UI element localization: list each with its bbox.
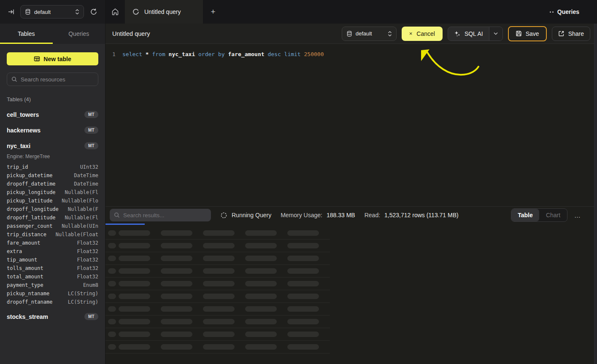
skeleton-cell xyxy=(203,268,235,274)
sql-editor[interactable]: 1 select * from nyc_taxi order by fare_a… xyxy=(105,44,597,206)
tab-strip: Untitled query + Queries xyxy=(105,0,597,24)
query-title: Untitled query xyxy=(112,30,150,37)
query-tab-label: Untitled query xyxy=(144,8,181,15)
view-toggle-chart-label: Chart xyxy=(546,212,560,218)
results-search-input[interactable] xyxy=(123,212,207,218)
column-name: fare_amount xyxy=(7,239,40,247)
column-name: dropoff_longitude xyxy=(7,205,59,213)
memory-usage-label: Memory Usage: xyxy=(281,212,322,218)
cancel-button-label: Cancel xyxy=(416,30,435,37)
view-toggle-table-label: Table xyxy=(518,212,533,218)
column-name: passenger_count xyxy=(7,222,52,230)
new-table-button[interactable]: New table xyxy=(7,52,98,65)
read-label: Read: xyxy=(365,212,380,218)
column-row[interactable]: dropoff_ntanameLC(String) xyxy=(7,298,98,306)
cancel-button[interactable]: × Cancel xyxy=(402,27,443,41)
query-database-selector[interactable]: default xyxy=(342,27,397,41)
skeleton-cell xyxy=(108,230,116,236)
sql-ai-dropdown-button[interactable] xyxy=(489,27,502,40)
resource-search[interactable] xyxy=(7,73,98,86)
query-tab[interactable]: Untitled query xyxy=(125,0,203,24)
column-type: Float32 xyxy=(77,247,98,256)
column-row[interactable]: passenger_countNullable(UIn xyxy=(7,222,98,230)
table-item-cell-towers[interactable]: cell_towers MT xyxy=(7,111,98,118)
column-row[interactable]: pickup_latitudeNullable(Flo xyxy=(7,197,98,205)
column-name: dropoff_datetime xyxy=(7,180,56,188)
queries-dots-icon xyxy=(550,11,554,13)
column-name: payment_type xyxy=(7,281,43,289)
column-name: pickup_latitude xyxy=(7,197,52,205)
line-number: 1 xyxy=(105,50,122,59)
column-name: pickup_datetime xyxy=(7,171,52,180)
plus-icon: + xyxy=(211,7,215,16)
skeleton-cell xyxy=(119,256,150,261)
database-selector[interactable]: default xyxy=(20,5,84,19)
table-item-nyc-taxi[interactable]: nyc_taxi MT xyxy=(7,142,98,149)
sql-token: limit xyxy=(284,51,301,57)
save-icon xyxy=(516,30,522,37)
engine-badge: MT xyxy=(84,111,98,118)
column-row[interactable]: total_amountFloat32 xyxy=(7,272,98,281)
column-row[interactable]: fare_amountFloat32 xyxy=(7,239,98,247)
sidebar-body: New table Tables (4) cell_towers MT hack… xyxy=(0,44,105,364)
skeleton-cell xyxy=(287,256,319,261)
skeleton-cell xyxy=(119,306,150,312)
home-button[interactable] xyxy=(105,0,125,24)
skeleton-cell xyxy=(245,256,277,261)
sql-token: fare_amount xyxy=(228,51,265,57)
skeleton-cell xyxy=(108,281,116,286)
column-row[interactable]: pickup_longitudeNullable(Fl xyxy=(7,188,98,197)
column-type: Float32 xyxy=(77,239,98,247)
column-row[interactable]: tolls_amountFloat32 xyxy=(7,264,98,272)
column-row[interactable]: dropoff_datetimeDateTime xyxy=(7,180,98,188)
sidebar-tab-tables-label: Tables xyxy=(18,30,35,37)
column-type: Nullable(UIn xyxy=(62,222,98,230)
column-row[interactable]: dropoff_longitudeNullable(F xyxy=(7,205,98,213)
column-type: UInt32 xyxy=(80,163,98,171)
sql-ai-main[interactable]: SQL AI xyxy=(448,27,489,40)
resource-search-input[interactable] xyxy=(21,76,94,83)
sidebar-tab-queries[interactable]: Queries xyxy=(53,24,105,44)
view-toggle-chart[interactable]: Chart xyxy=(539,209,567,221)
table-name: hackernews xyxy=(7,127,41,134)
column-row[interactable]: dropoff_latitudeNullable(Fl xyxy=(7,213,98,222)
save-button[interactable]: Save xyxy=(508,26,547,41)
column-row[interactable]: trip_distanceNullable(Float xyxy=(7,230,98,239)
refresh-button[interactable] xyxy=(88,6,99,17)
skeleton-cell xyxy=(161,332,192,337)
sql-ai-button[interactable]: SQL AI xyxy=(448,27,503,41)
nyc-taxi-columns: trip_idUInt32pickup_datetimeDateTimedrop… xyxy=(7,163,98,306)
skeleton-cell xyxy=(245,344,277,350)
table-item-stocks-stream[interactable]: stocks_stream MT xyxy=(7,313,98,320)
column-name: pickup_ntaname xyxy=(7,289,49,298)
column-type: DateTime xyxy=(74,171,98,180)
skeleton-row xyxy=(105,278,330,290)
column-row[interactable]: trip_idUInt32 xyxy=(7,163,98,171)
column-row[interactable]: pickup_datetimeDateTime xyxy=(7,171,98,180)
results-search[interactable] xyxy=(110,209,211,221)
database-icon xyxy=(25,9,31,15)
column-row[interactable]: payment_typeEnum8 xyxy=(7,281,98,289)
more-options-button[interactable]: … xyxy=(574,212,581,219)
skeleton-cell xyxy=(203,256,235,261)
share-button[interactable]: Share xyxy=(552,27,590,41)
column-row[interactable]: tip_amountFloat32 xyxy=(7,256,98,264)
skeleton-row xyxy=(105,328,330,341)
column-row[interactable]: pickup_ntanameLC(String) xyxy=(7,289,98,298)
skeleton-row xyxy=(105,290,330,303)
collapse-sidebar-button[interactable] xyxy=(6,7,16,17)
column-row[interactable]: extraFloat32 xyxy=(7,247,98,256)
skeleton-cell xyxy=(119,281,150,286)
refresh-icon xyxy=(90,8,97,16)
vertical-scrollbar[interactable] xyxy=(594,24,597,364)
new-tab-button[interactable]: + xyxy=(203,0,223,24)
queries-link[interactable]: Queries xyxy=(550,0,597,24)
database-icon xyxy=(346,31,352,37)
query-status: Running Query xyxy=(220,212,271,219)
view-toggle-table[interactable]: Table xyxy=(511,209,539,221)
sidebar-tab-tables[interactable]: Tables xyxy=(0,24,53,44)
skeleton-cell xyxy=(287,294,319,299)
column-name: pickup_longitude xyxy=(7,188,56,197)
skeleton-cell xyxy=(119,319,150,324)
table-item-hackernews[interactable]: hackernews MT xyxy=(7,127,98,134)
